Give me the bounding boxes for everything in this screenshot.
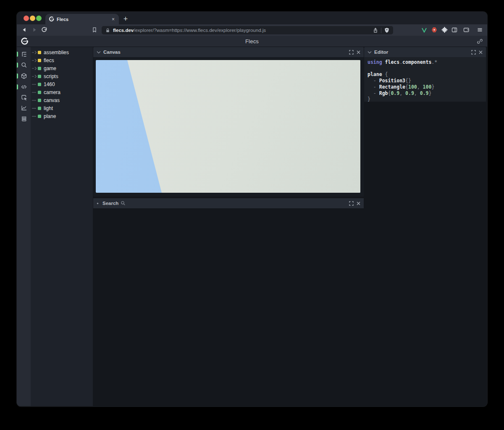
entity-label[interactable]: game: [44, 66, 56, 71]
entity-label[interactable]: assemblies: [44, 50, 69, 55]
tree-item-game[interactable]: game: [31, 64, 93, 72]
close-icon[interactable]: [357, 50, 360, 54]
reload-icon[interactable]: [41, 26, 47, 33]
new-tab-button[interactable]: +: [121, 14, 131, 24]
entity-label[interactable]: canvas: [44, 97, 60, 103]
entity-label[interactable]: camera: [44, 89, 60, 95]
menu-icon[interactable]: [476, 26, 483, 33]
back-icon[interactable]: [21, 26, 28, 33]
sidebar-toggle-icon[interactable]: [451, 26, 458, 33]
entity-label[interactable]: plane: [44, 113, 56, 119]
expand-arrow-icon[interactable]: [32, 58, 37, 63]
collapsed-bullet-icon[interactable]: [97, 202, 99, 205]
url-text: flecs.dev/explorer/?wasm=https://www.fle…: [113, 28, 266, 33]
entity-label[interactable]: scripts: [44, 73, 58, 79]
search-panel-header[interactable]: Search: [93, 198, 364, 208]
browser-tab-bar: Flecs × +: [17, 12, 487, 24]
page-title: Flecs: [17, 38, 487, 45]
search-glass-icon: [121, 201, 126, 206]
extensions-puzzle-icon[interactable]: [441, 26, 448, 33]
main-content: Canvas Search: [93, 47, 487, 406]
entity-color-chip: [38, 99, 41, 102]
editor-code[interactable]: using flecs.components.* plane { - Posit…: [364, 57, 486, 102]
search-panel: Search: [93, 198, 364, 208]
canvas-panel-body: [93, 57, 364, 197]
code-line: - Position3{}: [368, 78, 483, 84]
leaf-dash-icon: [32, 114, 37, 118]
flecs-logo: [21, 37, 29, 45]
entity-tree: assembliesflecsgamescripts1460cameracanv…: [31, 47, 93, 406]
link-icon[interactable]: [477, 38, 483, 45]
code-line: plane {: [368, 71, 483, 78]
code-line: }: [368, 96, 483, 102]
shield-icon[interactable]: [384, 27, 390, 33]
lock-icon: [105, 28, 110, 33]
tree-item-canvas[interactable]: canvas: [31, 96, 93, 104]
browser-toolbar: flecs.dev/explorer/?wasm=https://www.fle…: [17, 24, 487, 36]
close-icon[interactable]: [357, 202, 360, 205]
tree-item-flecs[interactable]: flecs: [31, 56, 93, 64]
chevron-down-icon[interactable]: [97, 50, 101, 54]
package-icon[interactable]: [17, 71, 31, 81]
leaf-dash-icon: [32, 98, 37, 102]
entity-color-chip: [38, 91, 41, 94]
tree-item-light[interactable]: light: [31, 104, 93, 112]
panel-icon-strip: [17, 47, 31, 406]
browser-window: Flecs × + flecs.dev/explorer/?wasm=https…: [17, 12, 487, 406]
render-canvas[interactable]: [96, 60, 360, 193]
tree-item-assemblies[interactable]: assemblies: [31, 48, 93, 56]
browser-tab-flecs[interactable]: Flecs ×: [45, 14, 119, 24]
leaf-dash-icon: [32, 90, 37, 94]
url-domain: flecs.dev: [113, 28, 134, 33]
tab-close-icon[interactable]: ×: [111, 16, 116, 23]
forward-icon[interactable]: [31, 26, 38, 33]
entity-color-chip: [38, 51, 41, 54]
bookmark-icon[interactable]: [91, 26, 98, 33]
canvas-panel: Canvas: [93, 47, 364, 197]
entity-color-chip: [38, 107, 41, 110]
fullscreen-icon[interactable]: [471, 50, 476, 55]
minimize-window-button[interactable]: [30, 16, 35, 21]
editor-panel-header[interactable]: Editor: [364, 47, 486, 57]
entity-color-chip: [38, 67, 41, 70]
url-path: /explorer/?wasm=https://www.flecs.dev/ex…: [134, 28, 266, 33]
inspect-cursor-icon[interactable]: [17, 92, 31, 102]
zoom-window-button[interactable]: [36, 16, 42, 21]
fullscreen-icon[interactable]: [349, 201, 354, 206]
entity-label[interactable]: flecs: [44, 58, 54, 63]
entity-label[interactable]: 1460: [44, 81, 55, 87]
expand-arrow-icon[interactable]: [32, 50, 37, 55]
share-icon[interactable]: [373, 27, 378, 33]
fullscreen-icon[interactable]: [349, 50, 354, 55]
search-panel-title: Search: [102, 201, 118, 206]
code-line: using flecs.components.*: [368, 59, 483, 66]
chevron-down-icon[interactable]: [368, 50, 372, 54]
tree-item-1460[interactable]: 1460: [31, 80, 93, 88]
tree-item-plane[interactable]: plane: [31, 112, 93, 120]
code-line: - Rgb{0.9, 0.9, 0.9}: [368, 90, 483, 97]
entity-color-chip: [38, 75, 41, 78]
app-header: Flecs: [17, 36, 487, 47]
tree-item-scripts[interactable]: scripts: [31, 72, 93, 80]
stack-icon[interactable]: [17, 114, 31, 124]
wallet-icon[interactable]: [463, 26, 470, 33]
divider: [381, 28, 381, 33]
expand-arrow-icon[interactable]: [32, 66, 37, 71]
code-line: [368, 66, 483, 72]
expand-arrow-icon[interactable]: [32, 74, 37, 79]
editor-panel-title: Editor: [374, 50, 388, 55]
entity-label[interactable]: light: [44, 105, 53, 111]
adblock-hexagon-icon[interactable]: [431, 26, 438, 33]
chart-icon[interactable]: [17, 103, 31, 113]
close-window-button[interactable]: [24, 16, 29, 21]
code-icon[interactable]: [17, 82, 31, 92]
tree-item-camera[interactable]: camera: [31, 88, 93, 96]
search-icon[interactable]: [17, 60, 31, 70]
close-icon[interactable]: [479, 50, 483, 54]
leaf-dash-icon: [32, 82, 37, 87]
url-bar[interactable]: flecs.dev/explorer/?wasm=https://www.fle…: [102, 26, 393, 34]
vue-devtools-icon[interactable]: [421, 26, 428, 33]
outline-tree-icon[interactable]: [17, 49, 31, 59]
canvas-panel-header[interactable]: Canvas: [93, 47, 364, 57]
entity-color-chip: [38, 59, 41, 62]
